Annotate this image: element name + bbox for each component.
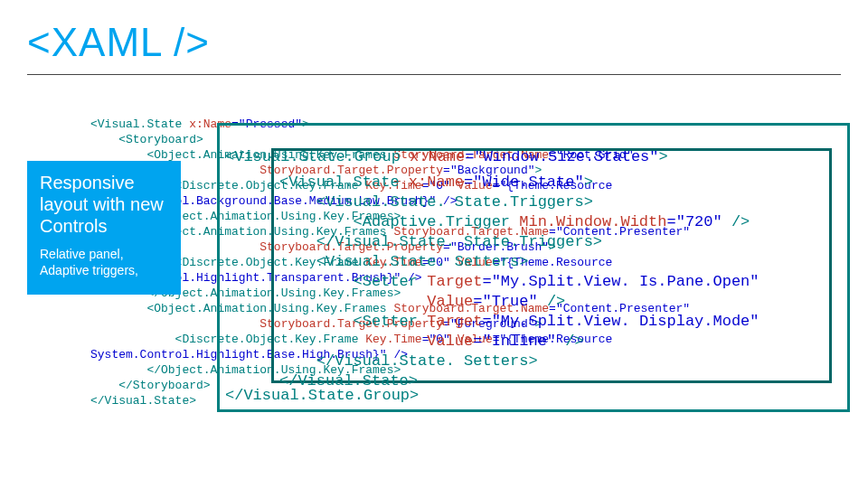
code-line: /> bbox=[565, 333, 583, 350]
code-line bbox=[279, 333, 427, 350]
code-line: <Setter bbox=[279, 273, 427, 290]
code-attr: Target bbox=[427, 313, 482, 330]
code-attr: x:Name bbox=[409, 174, 464, 191]
slide-title: <XAML /> bbox=[27, 20, 210, 65]
code-val: ="My.Split.View. Display.Mode" bbox=[482, 313, 759, 330]
code-line: <Storyboard> bbox=[90, 133, 203, 146]
callout-box: Responsive layout with new Controls Rela… bbox=[27, 161, 181, 295]
code-val: ="720" bbox=[666, 213, 731, 230]
code-line: > bbox=[584, 174, 593, 191]
code-val: ="My.Split.View. Is.Pane.Open" bbox=[482, 273, 759, 290]
code-line: /> bbox=[547, 293, 565, 310]
slide: <XAML /> <Visual.State x:Name="Pressed">… bbox=[0, 0, 868, 488]
code-line bbox=[279, 293, 427, 310]
code-attr: Value bbox=[427, 293, 473, 310]
code-line: </Visual.State. Setters> bbox=[279, 352, 538, 370]
code-line: <Setter bbox=[279, 313, 427, 330]
code-val: ="Inline" bbox=[473, 333, 565, 350]
code-line: <Visual.State bbox=[90, 117, 189, 131]
code-attr: Target bbox=[427, 273, 482, 290]
code-line: <Visual.State bbox=[279, 174, 409, 191]
title-underline bbox=[27, 74, 841, 75]
code-line: <Visual.State. Setters> bbox=[279, 253, 528, 270]
code-line: </Visual.State> bbox=[279, 372, 418, 389]
code-line: </Visual.State> bbox=[90, 394, 196, 408]
code-line: </Storyboard> bbox=[90, 379, 211, 392]
code-line: <Visual.State. State.Triggers> bbox=[279, 193, 593, 211]
code-line: <Adaptive.Trigger bbox=[279, 213, 519, 230]
code-line: /> bbox=[731, 213, 750, 230]
code-attr: Value bbox=[427, 333, 473, 350]
callout-text: Relative panel, Adaptive triggers, bbox=[40, 246, 168, 278]
code-val: ="True" bbox=[473, 293, 547, 310]
code-overlay-inner: <Visual.State x:Name="Wide.State"> <Visu… bbox=[271, 148, 832, 383]
code-line: </Visual.State. State.Triggers> bbox=[279, 233, 602, 250]
callout-heading: Responsive layout with new Controls bbox=[40, 172, 168, 237]
code-val: ="Wide.State" bbox=[464, 174, 584, 191]
code-attr: Min.Window.Width bbox=[519, 213, 666, 230]
